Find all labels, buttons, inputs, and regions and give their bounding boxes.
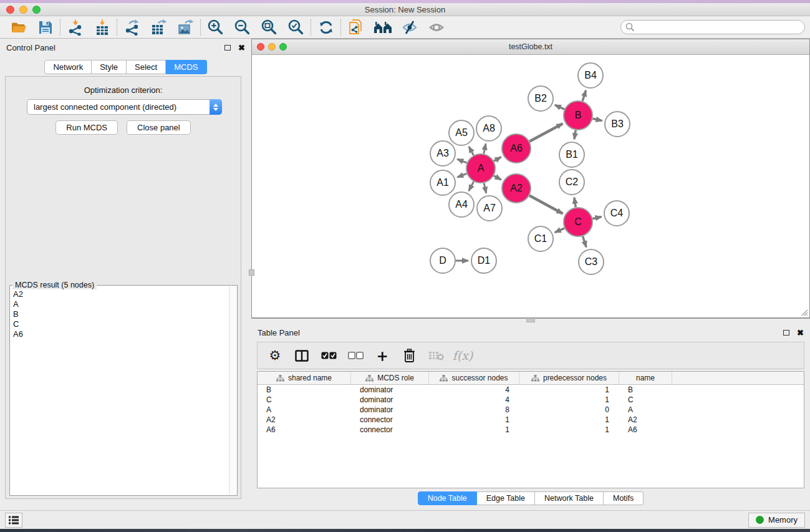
cell-name[interactable]: A2	[619, 415, 672, 425]
column-layout-button[interactable]	[291, 344, 313, 367]
edge-C-C3[interactable]	[582, 236, 586, 247]
run-mcds-button[interactable]: Run MCDS	[55, 120, 118, 135]
edge-C-C1[interactable]	[555, 228, 564, 233]
cell-mcds-role[interactable]: connector	[351, 415, 429, 425]
cell-shared-name[interactable]: A	[258, 405, 351, 415]
graph-node-C3[interactable]: C3	[579, 249, 604, 274]
graph-node-A3[interactable]: A3	[430, 141, 455, 166]
cell-shared-name[interactable]: C	[258, 395, 351, 405]
mcds-result-item[interactable]: B	[11, 309, 228, 319]
graph-node-A4[interactable]: A4	[449, 192, 474, 217]
graph-node-B2[interactable]: B2	[528, 86, 553, 111]
cell-predecessor-nodes[interactable]: 1	[519, 385, 619, 395]
table-row[interactable]: A6connector11A6	[258, 425, 804, 435]
graph-node-D[interactable]: D	[430, 248, 455, 273]
tab-mcds[interactable]: MCDS	[166, 60, 206, 74]
cell-shared-name[interactable]: A6	[258, 425, 351, 435]
graph-node-C1[interactable]: C1	[528, 226, 553, 251]
cell-successor-nodes[interactable]: 4	[429, 385, 519, 395]
cell-name[interactable]: C	[619, 395, 672, 405]
column-header-shared-name[interactable]: shared name	[258, 372, 351, 384]
function-builder-button[interactable]: f(x)	[451, 344, 474, 367]
cell-successor-nodes[interactable]: 8	[429, 405, 519, 415]
edge-B-B2[interactable]	[555, 105, 564, 109]
column-header-name[interactable]: name	[619, 372, 672, 384]
cell-mcds-role[interactable]: connector	[351, 425, 429, 435]
memory-button[interactable]: Memory	[748, 513, 805, 528]
cell-successor-nodes[interactable]: 1	[429, 415, 519, 425]
table-row[interactable]: Cdominator41C	[258, 395, 804, 405]
float-panel-icon[interactable]	[224, 45, 231, 51]
tab-edge-table[interactable]: Edge Table	[477, 491, 535, 505]
graph-node-B4[interactable]: B4	[578, 63, 603, 88]
graph-node-A7[interactable]: A7	[477, 196, 502, 221]
graph-node-C[interactable]: C	[564, 208, 592, 236]
edge-B-B1[interactable]	[574, 130, 576, 140]
show-graphics-details-button[interactable]	[423, 17, 450, 37]
edge-C-C2[interactable]	[574, 198, 576, 208]
vertical-splitter-handle[interactable]	[249, 269, 254, 276]
table-row[interactable]: Adominator80A	[258, 405, 804, 415]
graph-node-B[interactable]: B	[564, 101, 592, 130]
tab-network[interactable]: Network	[44, 60, 92, 74]
column-header-mcds-role[interactable]: MCDS role	[351, 372, 429, 384]
edge-A-A2[interactable]	[494, 176, 501, 180]
splitter-grip[interactable]	[526, 318, 535, 322]
cell-predecessor-nodes[interactable]: 1	[519, 425, 619, 435]
cell-name[interactable]: A	[619, 405, 672, 415]
tab-node-table[interactable]: Node Table	[418, 491, 477, 505]
tab-select[interactable]: Select	[127, 60, 166, 74]
zoom-out-button[interactable]	[229, 17, 256, 37]
cell-successor-nodes[interactable]: 4	[429, 395, 519, 405]
edge-A-A7[interactable]	[484, 183, 486, 193]
delete-column-button[interactable]	[398, 344, 420, 367]
task-history-button[interactable]	[5, 513, 22, 528]
delete-table-button[interactable]	[425, 344, 447, 367]
table-row[interactable]: Bdominator41B	[258, 385, 804, 395]
zoom-in-button[interactable]	[202, 17, 229, 37]
import-network-button[interactable]	[62, 17, 89, 37]
select-all-button[interactable]	[317, 344, 340, 367]
graph-node-C4[interactable]: C4	[604, 201, 629, 226]
cell-mcds-role[interactable]: dominator	[351, 385, 429, 395]
edge-A-A1[interactable]	[457, 173, 466, 177]
network-graph[interactable]: B4B2BB3A8A5A6A3B1AC2A1A2A4A7C4CC1DD1C3	[252, 55, 809, 317]
edge-A-A3[interactable]	[457, 159, 466, 163]
mcds-result-item[interactable]: A2	[11, 289, 228, 299]
tab-style[interactable]: Style	[92, 60, 127, 74]
search-input[interactable]	[620, 20, 805, 34]
graph-node-A2[interactable]: A2	[502, 174, 531, 203]
reset-panels-button[interactable]	[369, 17, 396, 37]
float-table-panel-icon[interactable]	[783, 330, 789, 336]
close-panel-icon[interactable]: ✖	[238, 44, 245, 52]
graph-node-A5[interactable]: A5	[449, 120, 474, 145]
zoom-fit-button[interactable]	[256, 17, 282, 37]
criterion-dropdown[interactable]: largest connected component (directed)	[27, 99, 222, 115]
graph-node-B3[interactable]: B3	[605, 112, 630, 137]
cell-name[interactable]: B	[619, 385, 672, 395]
cell-mcds-role[interactable]: dominator	[351, 395, 429, 405]
hide-graphics-details-button[interactable]	[396, 17, 423, 37]
graph-node-A1[interactable]: A1	[430, 170, 455, 195]
graph-node-A[interactable]: A	[466, 154, 495, 183]
mcds-result-item[interactable]: A	[11, 299, 228, 309]
tab-network-table[interactable]: Network Table	[535, 491, 604, 505]
table-settings-button[interactable]: ⚙	[264, 344, 286, 367]
column-header-predecessor-nodes[interactable]: predecessor nodes	[519, 372, 619, 384]
save-session-button[interactable]	[32, 17, 59, 37]
cell-shared-name[interactable]: B	[258, 385, 351, 395]
column-header-successor-nodes[interactable]: successor nodes	[429, 372, 519, 384]
edge-B-B4[interactable]	[582, 90, 586, 101]
edge-A-A8[interactable]	[484, 143, 486, 153]
network-canvas[interactable]: B4B2BB3A8A5A6A3B1AC2A1A2A4A7C4CC1DD1C3	[252, 55, 809, 317]
tab-motifs[interactable]: Motifs	[604, 491, 644, 505]
table-row[interactable]: A2connector11A2	[258, 415, 804, 425]
open-file-button[interactable]	[5, 17, 32, 37]
export-image-button[interactable]	[172, 17, 199, 37]
deselect-all-button[interactable]	[344, 344, 367, 367]
edge-B-B3[interactable]	[592, 118, 602, 120]
cell-successor-nodes[interactable]: 1	[429, 425, 519, 435]
edge-A2-C[interactable]	[529, 195, 562, 213]
cell-mcds-role[interactable]: dominator	[351, 405, 429, 415]
edge-A-A5[interactable]	[469, 147, 474, 155]
